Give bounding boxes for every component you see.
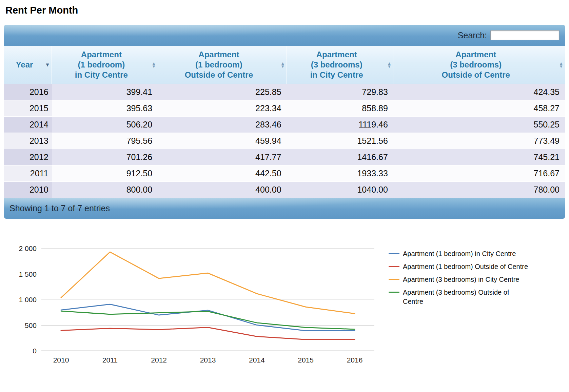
table-row: 2010800.00400.001040.00780.00 [4,182,565,198]
value-cell: 773.49 [393,133,565,149]
legend-label: Apartment (3 bedrooms) in City Centre [403,275,519,284]
legend-line-swatch [389,253,399,254]
legend-item: Apartment (3 bedrooms) Outside of Centre [389,288,553,306]
table-body: 2016399.41225.85729.83424.352015395.6322… [4,84,565,198]
svg-text:2010: 2010 [53,356,69,364]
column-header-label: Year [16,60,33,70]
page: Rent Per Month Search: Year ▾ [0,0,569,373]
value-cell: 442.50 [158,165,287,182]
legend-line-swatch [389,292,399,293]
value-cell: 729.83 [287,84,393,100]
value-cell: 780.00 [393,182,565,198]
table-row: 2015395.63223.34858.89458.27 [4,100,565,117]
value-cell: 912.50 [52,165,158,182]
sort-desc-icon: ▾ [46,62,49,67]
rent-table: Year ▾ Apartment (1 bedroom) in City Cen… [4,46,565,198]
value-cell: 550.25 [393,117,565,133]
legend-item: Apartment (1 bedroom) Outside of Centre [389,262,553,271]
year-cell: 2010 [4,182,52,198]
svg-text:2013: 2013 [200,356,216,364]
year-cell: 2011 [4,165,52,182]
column-header-1br-city[interactable]: Apartment (1 bedroom) in City Centre ▴▾ [52,46,158,84]
column-header-label: Apartment (1 bedroom) Outside of Centre [185,50,253,80]
value-cell: 1521.56 [287,133,393,149]
value-cell: 1119.46 [287,117,393,133]
value-cell: 283.46 [158,117,287,133]
year-cell: 2016 [4,84,52,100]
value-cell: 716.67 [393,165,565,182]
value-cell: 399.41 [52,84,158,100]
sort-both-icon: ▴▾ [388,62,391,68]
value-cell: 745.21 [393,149,565,165]
svg-text:2011: 2011 [102,356,118,364]
value-cell: 223.34 [158,100,287,117]
value-cell: 459.94 [158,133,287,149]
table-footer: Showing 1 to 7 of 7 entries [4,198,565,219]
table-row: 2016399.41225.85729.83424.35 [4,84,565,100]
value-cell: 800.00 [52,182,158,198]
table-row: 2013795.56459.941521.56773.49 [4,133,565,149]
table-row: 2014506.20283.461119.46550.25 [4,117,565,133]
table-toolbar: Search: [4,25,565,46]
chart-plot-area: 05001 0001 5002 000201020112012201320142… [7,240,384,371]
entries-info: Showing 1 to 7 of 7 entries [9,203,110,213]
sort-both-icon: ▴▾ [153,62,155,68]
legend-label: Apartment (1 bedroom) in City Centre [403,249,516,258]
legend-label: Apartment (1 bedroom) Outside of Centre [403,262,528,271]
value-cell: 1416.67 [287,149,393,165]
legend-line-swatch [389,279,399,280]
svg-text:0: 0 [33,347,37,355]
svg-text:1 000: 1 000 [19,296,37,303]
year-cell: 2015 [4,100,52,117]
value-cell: 225.85 [158,84,287,100]
svg-text:2012: 2012 [151,356,167,364]
chart-legend: Apartment (1 bedroom) in City CentreApar… [384,240,553,310]
legend-item: Apartment (1 bedroom) in City Centre [389,249,553,258]
rent-chart: 05001 0001 5002 000201020112012201320142… [7,240,565,371]
value-cell: 1040.00 [287,182,393,198]
page-title: Rent Per Month [5,5,565,16]
sort-both-icon: ▴▾ [560,62,562,68]
svg-text:2016: 2016 [347,356,363,364]
value-cell: 424.35 [393,84,565,100]
value-cell: 400.00 [158,182,287,198]
svg-text:1 500: 1 500 [19,270,37,278]
svg-text:2 000: 2 000 [19,244,37,252]
column-header-label: Apartment (3 bedrooms) in City Centre [310,50,363,80]
column-header-3br-city[interactable]: Apartment (3 bedrooms) in City Centre ▴▾ [287,46,393,84]
value-cell: 1933.33 [287,165,393,182]
value-cell: 795.56 [52,133,158,149]
chart-svg: 05001 0001 5002 000201020112012201320142… [7,240,384,370]
column-header-3br-outside[interactable]: Apartment (3 bedrooms) Outside of Centre… [393,46,565,84]
value-cell: 458.27 [393,100,565,117]
year-cell: 2014 [4,117,52,133]
column-header-1br-outside[interactable]: Apartment (1 bedroom) Outside of Centre … [158,46,287,84]
table-row: 2012701.26417.771416.67745.21 [4,149,565,165]
year-cell: 2012 [4,149,52,165]
value-cell: 395.63 [52,100,158,117]
value-cell: 506.20 [52,117,158,133]
svg-text:2015: 2015 [298,356,314,364]
search-input[interactable] [490,30,560,40]
value-cell: 858.89 [287,100,393,117]
table-row: 2011912.50442.501933.33716.67 [4,165,565,182]
column-header-label: Apartment (1 bedroom) in City Centre [75,50,128,80]
legend-label: Apartment (3 bedrooms) Outside of Centre [403,288,529,306]
svg-text:2014: 2014 [249,356,265,364]
column-header-year[interactable]: Year ▾ [4,46,52,84]
value-cell: 701.26 [52,149,158,165]
table-header-row: Year ▾ Apartment (1 bedroom) in City Cen… [4,46,565,84]
year-cell: 2013 [4,133,52,149]
value-cell: 417.77 [158,149,287,165]
column-header-label: Apartment (3 bedrooms) Outside of Centre [442,50,510,80]
legend-line-swatch [389,266,399,267]
search-label: Search: [458,31,487,40]
sort-both-icon: ▴▾ [282,62,284,68]
svg-text:500: 500 [25,321,37,329]
rent-datatable: Search: Year ▾ Apartment (1 bedroom) i [4,25,565,219]
legend-item: Apartment (3 bedrooms) in City Centre [389,275,553,284]
